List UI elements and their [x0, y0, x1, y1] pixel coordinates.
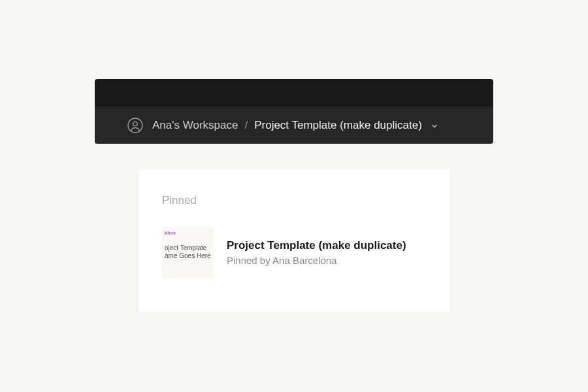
header-top-bar [95, 79, 493, 106]
breadcrumb-current[interactable]: Project Template (make duplicate) [254, 119, 422, 132]
pinned-section: Pinned khoe oject Template ame Goes Here… [139, 169, 449, 312]
thumbnail-line1: oject Template [165, 244, 211, 252]
pinned-item-thumbnail: khoe oject Template ame Goes Here [162, 227, 214, 278]
app-header: Ana's Workspace / Project Template (make… [95, 79, 493, 144]
breadcrumb: Ana's Workspace / Project Template (make… [152, 119, 439, 132]
thumbnail-line2: ame Goes Here [165, 252, 211, 260]
thumbnail-tag: khoe [165, 231, 211, 235]
breadcrumb-workspace[interactable]: Ana's Workspace [152, 119, 238, 132]
breadcrumb-bar: Ana's Workspace / Project Template (make… [95, 106, 493, 144]
breadcrumb-separator: / [244, 119, 248, 132]
pinned-item-title: Project Template (make duplicate) [227, 239, 406, 252]
svg-point-0 [128, 118, 142, 133]
pinned-section-label: Pinned [162, 194, 426, 207]
svg-point-1 [133, 122, 137, 125]
pinned-item-subtitle: Pinned by Ana Barcelona [227, 255, 406, 266]
chevron-down-icon[interactable] [430, 121, 439, 130]
user-avatar-icon[interactable] [127, 118, 143, 133]
pinned-item-info: Project Template (make duplicate) Pinned… [227, 239, 406, 266]
pinned-item[interactable]: khoe oject Template ame Goes Here Projec… [162, 227, 426, 278]
